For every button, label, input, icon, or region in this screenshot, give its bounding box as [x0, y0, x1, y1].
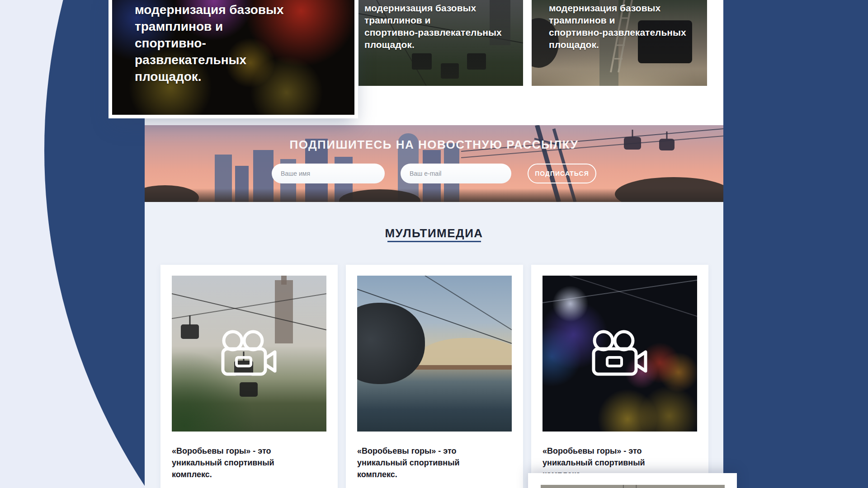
news-card-featured[interactable]: модернизация базовых трамплинов и спорти… [108, 0, 358, 118]
news-line: площадок. [135, 68, 316, 85]
news-card[interactable]: модернизация базовых трамплинов и спорти… [532, 0, 707, 86]
news-line: спортивно-развлекательных [364, 26, 514, 38]
news-line: спортивно-развлекательных [549, 26, 698, 38]
news-line: площадок. [549, 38, 698, 51]
caption-line: уникальный спортивный [172, 457, 326, 469]
video-camera-icon [221, 330, 277, 378]
page: { "page": { "background_light": "#e9edf8… [0, 0, 868, 488]
caption-line: «Воробьевы горы» - это [172, 445, 326, 457]
multimedia-thumbnail-partial [541, 485, 725, 488]
newsletter-banner: ПОДПИШИТЕСЬ НА НОВОСТНУЮ РАССЫЛКУ ПОДПИС… [145, 125, 723, 202]
newsletter-form: ПОДПИСАТЬСЯ [272, 164, 596, 183]
multimedia-card[interactable]: «Воробьевы горы» - это уникальный спорти… [531, 265, 708, 488]
multimedia-caption: «Воробьевы горы» - это уникальный спорти… [357, 445, 511, 480]
multimedia-section: МУЛЬТИМЕДИА [145, 202, 723, 488]
news-card[interactable]: модернизация базовых трамплинов и спорти… [359, 0, 523, 86]
multimedia-thumbnail [357, 276, 512, 432]
multimedia-section-title: МУЛЬТИМЕДИА [145, 226, 723, 240]
page-content-column: модернизация базовых трамплинов и спорти… [145, 0, 723, 488]
name-input[interactable] [272, 164, 385, 183]
news-line: модернизация базовых [549, 2, 698, 14]
video-camera-icon [592, 330, 648, 378]
multimedia-thumbnail [172, 276, 326, 432]
news-line: площадок. [364, 38, 514, 51]
multimedia-title-underline [387, 241, 481, 242]
multimedia-card-hovered-partial[interactable] [528, 473, 737, 488]
multimedia-caption: «Воробьевы горы» - это уникальный спорти… [172, 445, 326, 480]
news-line: спортивно-развлекательных [135, 35, 316, 68]
multimedia-thumbnail [542, 276, 697, 432]
multimedia-card[interactable]: «Воробьевы горы» - это уникальный спорти… [346, 265, 523, 488]
caption-line: уникальный спортивный [357, 457, 511, 469]
news-card-text: модернизация базовых трамплинов и спорти… [135, 1, 316, 85]
newsletter-heading: ПОДПИШИТЕСЬ НА НОВОСТНУЮ РАССЫЛКУ [145, 138, 723, 152]
multimedia-card[interactable]: «Воробьевы горы» - это уникальный спорти… [160, 265, 338, 488]
news-line: трамплинов и [364, 14, 514, 26]
news-line: модернизация базовых [135, 1, 316, 18]
caption-line: комплекс. [172, 469, 326, 480]
subscribe-button[interactable]: ПОДПИСАТЬСЯ [528, 164, 596, 183]
caption-line: «Воробьевы горы» - это [357, 445, 511, 457]
caption-line: комплекс. [357, 469, 511, 480]
news-card-image-night: модернизация базовых трамплинов и спорти… [112, 0, 354, 115]
news-line: трамплинов и [135, 18, 316, 35]
news-line: модернизация базовых [364, 2, 514, 14]
caption-line: «Воробьевы горы» - это [542, 445, 696, 457]
news-card-text: модернизация базовых трамплинов и спорти… [549, 2, 698, 51]
news-line: трамплинов и [549, 14, 698, 26]
caption-line: уникальный спортивный [542, 457, 696, 469]
email-input[interactable] [401, 164, 511, 183]
news-card-text: модернизация базовых трамплинов и спорти… [364, 2, 514, 51]
